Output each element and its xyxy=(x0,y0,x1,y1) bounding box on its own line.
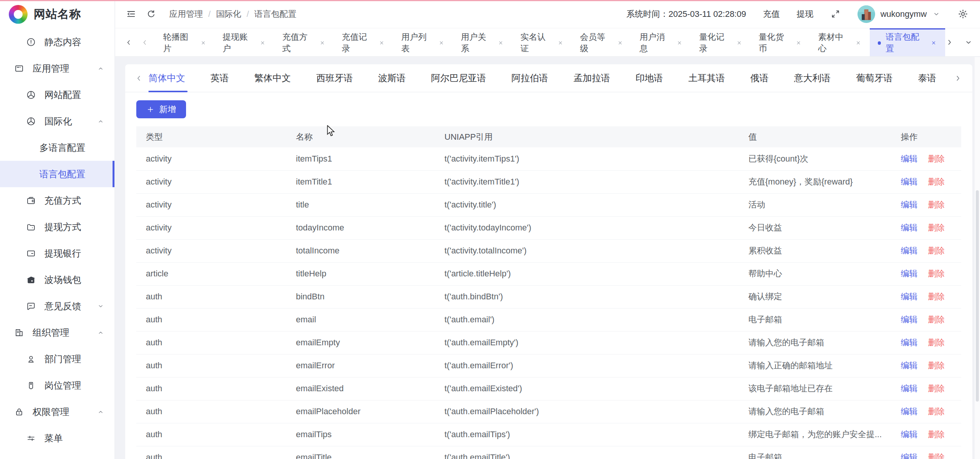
lang-tab-ru[interactable]: 俄语 xyxy=(750,64,769,92)
edit-link[interactable]: 编辑 xyxy=(901,292,918,301)
delete-link[interactable]: 删除 xyxy=(928,338,945,347)
edit-link[interactable]: 编辑 xyxy=(901,430,918,439)
lang-tab-th[interactable]: 泰语 xyxy=(918,64,936,92)
delete-link[interactable]: 删除 xyxy=(928,246,945,255)
tab-user-message[interactable]: 用户消息 xyxy=(632,28,691,56)
delete-link[interactable]: 删除 xyxy=(928,154,945,163)
tab-recharge-record[interactable]: 充值记录 xyxy=(334,28,394,56)
lang-tab-sq[interactable]: 阿尔巴尼亚语 xyxy=(431,64,486,92)
close-icon[interactable] xyxy=(259,39,266,46)
lang-tab-tr[interactable]: 土耳其语 xyxy=(688,64,725,92)
edit-link[interactable]: 编辑 xyxy=(901,269,918,278)
edit-link[interactable]: 编辑 xyxy=(901,246,918,255)
tabs-scroll-left-icon[interactable] xyxy=(121,28,137,56)
close-icon[interactable] xyxy=(930,39,937,46)
edit-link[interactable]: 编辑 xyxy=(901,338,918,347)
close-icon[interactable] xyxy=(319,39,326,46)
tabs-scroll-left2-icon[interactable] xyxy=(137,28,153,56)
lang-tab-zh-cn[interactable]: 简体中文 xyxy=(149,64,185,92)
close-icon[interactable] xyxy=(736,39,743,46)
breadcrumb-item[interactable]: 国际化 xyxy=(216,8,241,20)
lang-tab-fa[interactable]: 波斯语 xyxy=(378,64,406,92)
close-icon[interactable] xyxy=(795,39,802,46)
sidebar-item-tron-wallet[interactable]: 波场钱包 xyxy=(0,266,114,293)
edit-link[interactable]: 编辑 xyxy=(901,452,918,459)
lang-tab-es[interactable]: 西班牙语 xyxy=(316,64,353,92)
sidebar-item-i18n[interactable]: 国际化 xyxy=(0,108,114,134)
edit-link[interactable]: 编辑 xyxy=(901,361,918,370)
lang-tab-en[interactable]: 英语 xyxy=(211,64,229,92)
tab-user-relation[interactable]: 用户关系 xyxy=(453,28,513,56)
close-icon[interactable] xyxy=(676,39,683,46)
edit-link[interactable]: 编辑 xyxy=(901,315,918,324)
sidebar-item-permission-management[interactable]: 权限管理 xyxy=(0,399,114,425)
tabs-scroll-right-icon[interactable] xyxy=(945,38,954,47)
sidebar-item-feedback[interactable]: 意见反馈 xyxy=(0,293,114,319)
lang-tab-pt[interactable]: 葡萄牙语 xyxy=(856,64,893,92)
edit-link[interactable]: 编辑 xyxy=(901,177,918,186)
edit-link[interactable]: 编辑 xyxy=(901,200,918,209)
edit-link[interactable]: 编辑 xyxy=(901,154,918,163)
sidebar-item-recharge-method[interactable]: 充值方式 xyxy=(0,187,114,214)
delete-link[interactable]: 删除 xyxy=(928,200,945,209)
edit-link[interactable]: 编辑 xyxy=(901,223,918,232)
delete-link[interactable]: 删除 xyxy=(928,177,945,186)
lang-scroll-right-icon[interactable] xyxy=(954,74,962,83)
scrollbar-thumb[interactable] xyxy=(976,190,979,402)
lang-tab-it[interactable]: 意大利语 xyxy=(794,64,831,92)
delete-link[interactable]: 删除 xyxy=(928,452,945,459)
tab-user-list[interactable]: 用户列表 xyxy=(393,28,453,56)
tab-language-pack-config[interactable]: 语言包配置 xyxy=(870,28,945,56)
sidebar-item-multi-language-config[interactable]: 多语言配置 xyxy=(0,134,114,161)
sidebar-item-language-pack-config[interactable]: 语言包配置 xyxy=(0,161,114,187)
lang-tab-bn[interactable]: 孟加拉语 xyxy=(573,64,610,92)
tab-member-level[interactable]: 会员等级 xyxy=(572,28,632,56)
delete-link[interactable]: 删除 xyxy=(928,407,945,416)
delete-link[interactable]: 删除 xyxy=(928,269,945,278)
user-menu[interactable]: wukongymw xyxy=(858,5,941,23)
delete-link[interactable]: 删除 xyxy=(928,361,945,370)
close-icon[interactable] xyxy=(497,39,504,46)
lang-tab-hi[interactable]: 印地语 xyxy=(635,64,663,92)
close-icon[interactable] xyxy=(438,39,445,46)
tab-carousel-images[interactable]: 轮播图片 xyxy=(155,28,215,56)
sidebar-item-org-management[interactable]: 组织管理 xyxy=(0,319,114,346)
delete-link[interactable]: 删除 xyxy=(928,384,945,393)
close-icon[interactable] xyxy=(378,39,385,46)
edit-link[interactable]: 编辑 xyxy=(901,407,918,416)
lang-tab-zh-tw[interactable]: 繁体中文 xyxy=(254,64,291,92)
close-icon[interactable] xyxy=(557,39,564,46)
tab-material-center[interactable]: 素材中心 xyxy=(810,28,870,56)
tab-withdraw-account[interactable]: 提现账户 xyxy=(215,28,274,56)
close-icon[interactable] xyxy=(617,39,624,46)
delete-link[interactable]: 删除 xyxy=(928,430,945,439)
tab-real-name-auth[interactable]: 实名认证 xyxy=(512,28,572,56)
delete-link[interactable]: 删除 xyxy=(928,292,945,301)
sidebar-item-withdraw-bank[interactable]: 提现银行 xyxy=(0,240,114,266)
fullscreen-icon[interactable] xyxy=(830,9,841,19)
delete-link[interactable]: 删除 xyxy=(928,315,945,324)
refresh-icon[interactable] xyxy=(146,9,156,19)
close-icon[interactable] xyxy=(855,39,862,46)
gear-icon[interactable] xyxy=(957,8,969,20)
lang-tab-ar[interactable]: 阿拉伯语 xyxy=(511,64,548,92)
sidebar-item-position-management[interactable]: 岗位管理 xyxy=(0,372,114,399)
scrollbar-track[interactable] xyxy=(975,57,980,459)
sidebar-item-app-management[interactable]: 应用管理 xyxy=(0,55,114,82)
tab-quant-currency[interactable]: 量化货币 xyxy=(751,28,810,56)
sidebar-collapse-icon[interactable] xyxy=(126,9,136,19)
sidebar-item-withdraw-method[interactable]: 提现方式 xyxy=(0,214,114,240)
sidebar-item-department-management[interactable]: 部门管理 xyxy=(0,346,114,372)
sidebar-item-website-config[interactable]: 网站配置 xyxy=(0,82,114,108)
tab-quant-record[interactable]: 量化记录 xyxy=(691,28,751,56)
sidebar-item-static-content[interactable]: 静态内容 xyxy=(0,29,114,55)
add-button[interactable]: 新增 xyxy=(136,100,186,118)
close-icon[interactable] xyxy=(200,39,207,46)
edit-link[interactable]: 编辑 xyxy=(901,384,918,393)
breadcrumb-item[interactable]: 应用管理 xyxy=(169,8,203,20)
tab-recharge-method[interactable]: 充值方式 xyxy=(274,28,334,56)
delete-link[interactable]: 删除 xyxy=(928,223,945,232)
avatar[interactable] xyxy=(858,5,875,23)
sidebar-item-menu[interactable]: 菜单 xyxy=(0,425,114,451)
lang-scroll-left-icon[interactable] xyxy=(134,74,143,83)
